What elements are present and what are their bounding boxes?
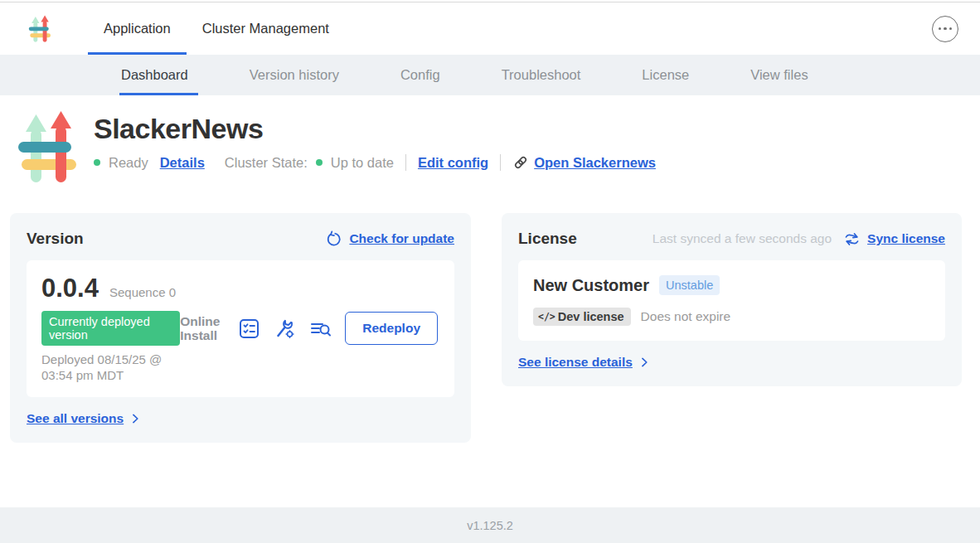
dashboard-cards: Version Check for update 0.0.4 Sequence … [0,186,980,443]
details-link[interactable]: Details [160,155,205,171]
app-header: SlackerNews Ready Details Cluster State:… [0,95,980,186]
tab-label: Version history [250,67,339,83]
check-for-update-label: Check for update [349,231,454,246]
tab-label: View files [750,67,808,83]
tab-label: Troubleshoot [502,67,581,83]
ellipsis-icon [939,27,953,31]
top-nav-tab-application[interactable]: Application [88,2,187,55]
version-actions: Online Install [180,312,439,345]
last-synced-text: Last synced a few seconds ago [653,231,832,246]
tab-dashboard[interactable]: Dashboard [121,55,188,95]
current-version-panel: 0.0.4 Sequence 0 Currently deployed vers… [27,260,454,397]
page-title: SlackerNews [94,113,656,145]
top-nav: Application Cluster Management [0,2,980,55]
tab-troubleshoot[interactable]: Troubleshoot [502,55,581,95]
code-icon: </> [538,311,555,322]
deployed-status-badge: Currently deployed version [41,311,180,346]
license-type-badge: </> Dev license [533,308,631,326]
version-card-title: Version [27,230,84,248]
refresh-icon [325,230,342,248]
tab-config[interactable]: Config [400,55,440,95]
divider [405,154,406,171]
license-type-label: Dev license [558,310,624,323]
version-card: Version Check for update 0.0.4 Sequence … [10,213,471,443]
top-nav-tab-cluster-management[interactable]: Cluster Management [187,2,345,55]
tab-version-history[interactable]: Version history [250,55,339,95]
console-footer: v1.125.2 [0,507,980,543]
app-logo-icon [28,14,53,44]
see-all-versions-link[interactable]: See all versions [27,411,141,426]
active-tab-underline [119,93,198,95]
divider [500,154,501,171]
open-app-link-label: Open Slackernews [534,155,656,171]
tab-view-files[interactable]: View files [750,55,808,95]
license-details-panel: New Customer Unstable </> Dev license Do… [518,260,945,341]
config-tools-icon[interactable] [274,318,296,340]
chevron-right-icon [638,356,650,368]
customer-name: New Customer [533,276,649,295]
sync-license-label: Sync license [867,231,945,246]
app-logo-large-icon [17,109,83,186]
tab-license[interactable]: License [642,55,689,95]
view-logs-icon[interactable] [309,318,332,340]
more-menu-button[interactable] [932,16,958,42]
sync-license-link[interactable]: Sync license [843,230,945,248]
sync-arrows-icon [843,230,861,248]
cluster-state-dot [316,159,323,166]
channel-badge: Unstable [659,275,720,295]
redeploy-button[interactable]: Redeploy [345,312,438,345]
top-nav-tab-label: Application [104,21,171,36]
install-type-label: Online Install [180,314,225,343]
license-expiration: Does not expire [641,309,731,324]
version-number: 0.0.4 [41,274,99,303]
console-version: v1.125.2 [467,519,513,532]
see-license-details-label: See license details [518,355,633,370]
edit-config-link[interactable]: Edit config [418,155,488,171]
tab-label: License [642,67,689,83]
open-app-link[interactable]: Open Slackernews [512,154,656,171]
cluster-state-value: Up to date [331,155,394,171]
cluster-state-label: Cluster State: [225,155,308,171]
chevron-right-icon [129,413,141,424]
app-sub-nav: Dashboard Version history Config Trouble… [0,55,980,95]
chain-link-icon [512,154,529,171]
license-card-title: License [518,230,577,248]
deployed-timestamp: Deployed 08/15/25 @ 03:54 pm MDT [41,352,180,384]
tab-label: Dashboard [121,67,188,83]
see-license-details-link[interactable]: See license details [518,355,650,370]
see-all-versions-label: See all versions [27,411,124,426]
check-for-update-link[interactable]: Check for update [325,230,454,248]
top-nav-tab-label: Cluster Management [202,21,329,36]
preflight-checks-icon[interactable] [238,318,260,340]
version-info: 0.0.4 Sequence 0 Currently deployed vers… [41,274,180,384]
license-card: License Last synced a few seconds ago Sy… [502,213,962,386]
app-status-text: Ready [109,155,148,171]
tab-label: Config [400,67,440,83]
sequence-label: Sequence 0 [109,285,176,299]
app-status-dot [94,159,100,166]
app-status-row: Ready Details Cluster State: Up to date … [94,154,656,171]
